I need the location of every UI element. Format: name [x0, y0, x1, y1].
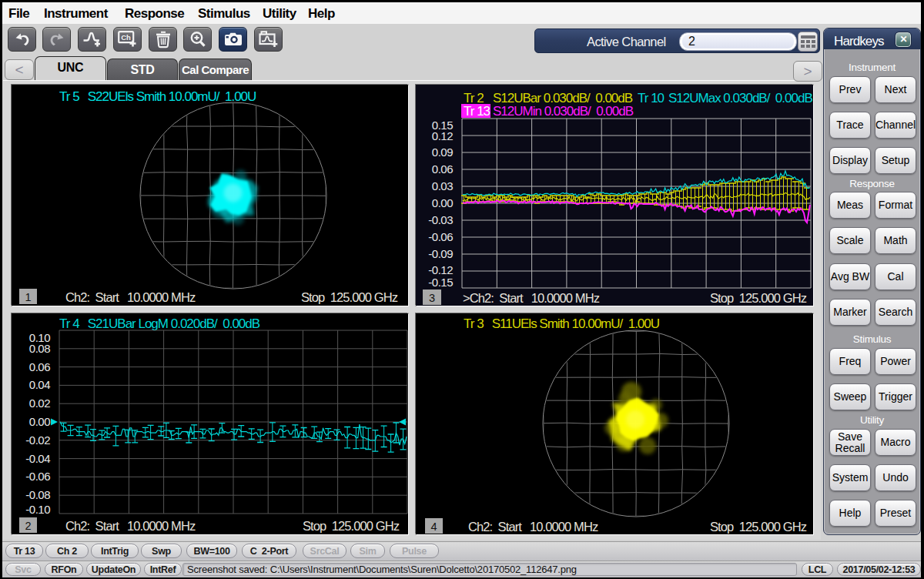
svg-text:-0.10: -0.10: [25, 503, 50, 516]
svg-text:>Ch2: Start 10.0000 MHz: >Ch2: Start 10.0000 MHz: [463, 291, 600, 305]
svg-text:Ch2: Start 10.0000 MHz: Ch2: Start 10.0000 MHz: [65, 519, 196, 533]
svg-text:Stop 125.000 GHz: Stop 125.000 GHz: [301, 290, 398, 304]
svg-text:Stop 125.000 GHz: Stop 125.000 GHz: [710, 520, 807, 534]
svg-text:0.06: 0.06: [29, 360, 50, 373]
svg-text:1: 1: [25, 291, 31, 303]
svg-text:-0.15: -0.15: [428, 276, 453, 289]
svg-text:-0.09: -0.09: [428, 247, 453, 260]
svg-text:Tr 4 S21UBar LogM 0.020dB/: Tr 4 S21UBar LogM 0.020dB/ 0.00dB: [59, 316, 260, 331]
svg-text:Stop 125.000 GHz: Stop 125.000 GHz: [303, 519, 400, 533]
svg-text:Stop 125.000 GHz: Stop 125.000 GHz: [710, 291, 807, 305]
svg-text:Tr 13S12UMin 0.030dB/ 0.00dB: Tr 13S12UMin 0.030dB/ 0.00dB: [464, 104, 634, 119]
svg-text:0.08: 0.08: [29, 342, 50, 355]
svg-text:-0.02: -0.02: [25, 433, 50, 447]
svg-text:-0.12: -0.12: [428, 263, 453, 276]
svg-text:Ch: Ch: [121, 33, 131, 42]
svg-text:0.03: 0.03: [432, 179, 453, 192]
svg-text:0.04: 0.04: [29, 378, 50, 391]
svg-text:Ch2: Start 10.0000 MHz: Ch2: Start 10.0000 MHz: [65, 290, 196, 304]
svg-text:0.00: 0.00: [29, 415, 50, 428]
svg-text:4: 4: [430, 520, 437, 533]
svg-text:-0.04: -0.04: [25, 452, 50, 465]
svg-text:3: 3: [429, 292, 435, 304]
svg-text:0.00: 0.00: [432, 196, 453, 209]
svg-text:0.12: 0.12: [432, 129, 453, 142]
svg-text:0.02: 0.02: [29, 397, 50, 410]
svg-text:Tr 5 S22UEls Smith 10.00mU/: Tr 5 S22UEls Smith 10.00mU/ 1.00U: [59, 89, 256, 104]
svg-text:-0.08: -0.08: [25, 488, 50, 501]
svg-text:Tr 3 S11UEls Smith 10.00mU/: Tr 3 S11UEls Smith 10.00mU/ 1.00U: [464, 316, 659, 331]
svg-text:0.09: 0.09: [432, 146, 453, 159]
svg-text:-0.06: -0.06: [428, 230, 453, 243]
svg-text:-0.06: -0.06: [25, 470, 50, 483]
svg-text:2: 2: [25, 520, 31, 532]
svg-text:0.06: 0.06: [432, 162, 453, 176]
svg-text:-0.03: -0.03: [428, 213, 453, 226]
svg-text:Ch2: Start 10.0000 MHz: Ch2: Start 10.0000 MHz: [468, 520, 598, 534]
